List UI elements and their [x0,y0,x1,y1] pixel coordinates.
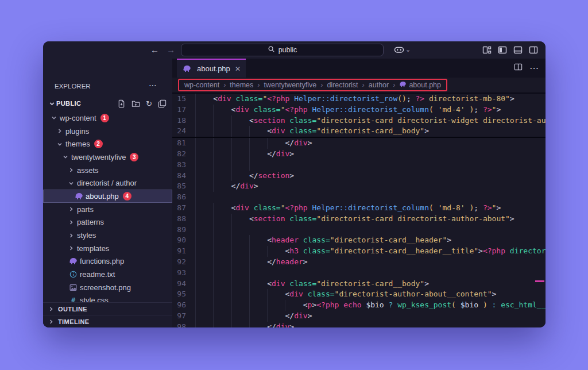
tree-item-themes[interactable]: themes2 [43,137,172,151]
back-icon[interactable]: ← [150,44,159,56]
section-header-timeline[interactable]: TIMELINE [43,315,172,327]
tree-item-functions.php[interactable]: functions.php [43,255,172,268]
workspace-name: PUBLIC [56,100,81,107]
tree-item-twentytwentyfive[interactable]: twentytwentyfive3 [43,151,172,164]
forward-icon[interactable]: → [167,44,175,56]
breadcrumb-item-wp-content[interactable]: wp-content [184,81,219,89]
tree-item-plugins[interactable]: plugins [43,125,172,138]
toggle-sidebar-icon[interactable] [498,45,507,55]
breadcrumb-item-twentytwentyfive[interactable]: twentytwentyfive [264,81,317,89]
code-line-86: 86 [172,192,546,203]
tree-item-wp-content[interactable]: wp-content1 [43,111,172,125]
indent-guide [195,214,213,225]
indent-guide [213,181,231,192]
chevron-right-icon [68,206,77,212]
breadcrumb-separator: › [362,81,365,89]
line-number: 86 [172,192,195,203]
outline-label: OUTLINE [58,306,87,313]
code-lines: 81</div>82</div>8384</section>85</div>86… [172,138,546,327]
indent-guide [231,268,249,279]
step-badge: 4 [123,192,131,201]
indent-guide [213,138,231,149]
toggle-panel-icon[interactable] [513,45,523,55]
tab-about-php[interactable]: about.php ✕ [177,59,246,78]
php-file-icon [68,257,78,265]
tab-bar: about.php ✕ ⋯ [172,59,546,78]
tree-item-templates[interactable]: templates [43,242,172,255]
tree-item-parts[interactable]: parts [43,203,172,216]
indent-guide [213,160,231,171]
toggle-secondary-sidebar-icon[interactable] [529,45,538,55]
breadcrumb-item-directorist[interactable]: directorist [327,81,358,89]
refresh-icon[interactable]: ↻ [146,100,152,107]
explorer-sidebar: EXPLORER ⋯ PUBLIC [43,59,172,327]
section-header-outline[interactable]: OUTLINE [43,302,172,315]
tree-item-directorist-author[interactable]: directorist / author [43,176,172,190]
indent-guide [231,126,249,137]
breadcrumb-item-about.php[interactable]: about.php [399,81,441,89]
indent-guide [195,105,213,115]
indent-guide [195,246,213,257]
tree-item-patterns[interactable]: patterns [43,216,172,229]
new-file-icon[interactable] [117,99,126,108]
indent-guide [231,311,249,322]
tree-item-screenshot.png[interactable]: screenshot.png [43,281,172,294]
line-content: <section class="directorist-card directo… [195,115,546,126]
indent-guide [231,214,249,225]
indent-guide [213,300,231,311]
indent-guide [195,126,213,137]
code-line-85: 85</div> [172,181,546,192]
copilot-menu[interactable]: ⌄ [394,45,411,55]
indent-guide [231,171,249,182]
indent-guide [195,235,213,246]
new-folder-icon[interactable] [131,99,140,108]
indent-guide [213,105,231,115]
line-number: 89 [172,225,195,236]
indent-guide [195,257,213,268]
indent-guide [213,257,231,268]
code-line-81: 81</div> [172,138,546,149]
close-icon[interactable]: ✕ [235,65,241,73]
line-content: </div> [195,311,312,322]
indent-guide [213,115,231,126]
indent-guide [213,149,231,160]
command-center-search[interactable]: public [181,44,384,56]
indent-guide [267,138,285,149]
indent-guide [195,171,213,182]
line-number: 83 [172,160,195,171]
code-line-83: 83 [172,160,546,171]
indent-guide [195,268,213,279]
section-header-public[interactable]: PUBLIC ↻ [43,97,172,110]
indent-guide [213,171,231,182]
tree-item-label: parts [77,205,94,214]
indent-guide [231,138,249,149]
indent-guide [231,160,249,171]
indent-guide [231,235,249,246]
indent-guide [285,300,303,311]
tree-item-about.php[interactable]: about.php4 [43,190,172,203]
code-area[interactable]: 15<div class="<?php Helper::directorist_… [172,94,546,327]
tree-item-styles[interactable]: styles [43,229,172,242]
customize-layout-icon[interactable] [482,45,492,55]
explorer-more-icon[interactable]: ⋯ [149,80,157,90]
editor-more-icon[interactable]: ⋯ [529,63,539,74]
chevron-right-icon [68,245,77,251]
indent-guide [195,279,213,290]
chevron-down-icon [57,141,65,147]
php-file-icon [399,81,407,89]
indent-guide [213,322,231,327]
breadcrumb-item-author[interactable]: author [369,81,389,89]
file-tree: wp-content1pluginsthemes2twentytwentyfiv… [43,111,172,320]
code-line-97: 97</div> [172,311,546,322]
breadcrumb-item-themes[interactable]: themes [230,81,253,89]
tree-item-assets[interactable]: assets [43,164,172,177]
code-line-84: 84</section> [172,171,546,182]
tree-item-readme.txt[interactable]: readme.txt [43,268,172,281]
breadcrumb-label: themes [230,81,253,89]
indent-guide [213,126,231,137]
line-number: 91 [172,246,195,257]
split-editor-icon[interactable] [514,63,523,74]
collapse-all-icon[interactable] [158,99,167,108]
tree-item-label: styles [77,231,96,240]
indent-guide [231,149,249,160]
